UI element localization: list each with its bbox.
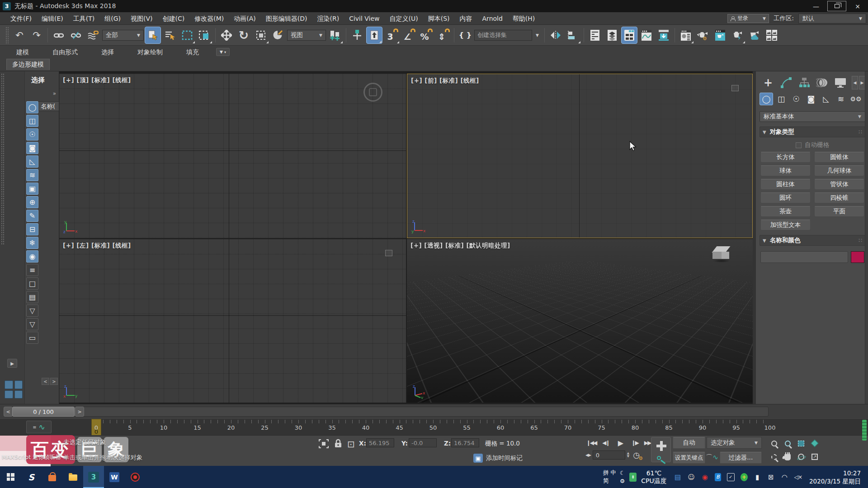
selection-lock-icon[interactable] bbox=[335, 439, 342, 450]
sogou-app-icon[interactable]: S bbox=[21, 466, 42, 488]
render-setup-button[interactable]: ⚙ bbox=[695, 27, 711, 44]
security-shield-icon[interactable]: + bbox=[741, 473, 748, 481]
snap-3d-toggle[interactable] bbox=[366, 27, 382, 44]
curve-editor-button[interactable] bbox=[638, 27, 655, 44]
set-key-button[interactable]: 设置关键点 bbox=[673, 452, 705, 464]
menu-item[interactable]: 自定义(U) bbox=[385, 12, 423, 25]
shapes-category-icon[interactable]: ◫ bbox=[774, 93, 788, 105]
hierarchy-tab[interactable] bbox=[796, 75, 813, 90]
current-frame-field[interactable]: 0 bbox=[593, 450, 625, 460]
motion-tab[interactable] bbox=[814, 75, 831, 90]
y-coordinate-field[interactable]: -0.0 bbox=[409, 438, 437, 447]
cpu-temperature-widget[interactable]: 61℃ CPU温度 bbox=[641, 469, 666, 485]
helpers-category-icon[interactable]: ◺ bbox=[819, 93, 833, 105]
dock-grip[interactable] bbox=[1, 73, 4, 245]
selection-filter-dropdown[interactable]: 全部 ▼ bbox=[102, 30, 144, 41]
z-coordinate-field[interactable]: 16.754 bbox=[451, 438, 479, 447]
ribbon-minimize-button[interactable]: ▼▾ bbox=[216, 48, 230, 56]
close-button[interactable]: × bbox=[847, 0, 868, 12]
ime-indicator[interactable]: 拼 中 ☾ 简 ⚙ bbox=[603, 469, 625, 485]
edit-named-selection-sets-button[interactable]: { } bbox=[457, 27, 473, 44]
explorer-expand-button[interactable]: ▶ bbox=[7, 359, 17, 368]
menu-item[interactable]: 文件(F) bbox=[5, 12, 37, 25]
shapes-filter-icon[interactable]: ◫ bbox=[26, 115, 38, 127]
primitive-button[interactable]: 圆柱体 bbox=[760, 179, 811, 190]
undo-button[interactable]: ↶ bbox=[11, 27, 28, 44]
bones-filter-icon[interactable]: ✎ bbox=[26, 210, 38, 222]
menu-item[interactable]: 创建(C) bbox=[158, 12, 190, 25]
ribbon-tab[interactable]: 自由形式 bbox=[41, 47, 90, 58]
login-dropdown[interactable]: 登录 ▼ bbox=[727, 14, 769, 23]
render-production-button[interactable] bbox=[729, 27, 745, 44]
align-button[interactable] bbox=[565, 27, 581, 44]
reference-coordinate-dropdown[interactable]: 视图 ▼ bbox=[287, 30, 326, 41]
bluetooth-icon[interactable]: B bbox=[715, 473, 721, 481]
ribbon-tab[interactable]: 填充 bbox=[175, 47, 211, 58]
material-editor-button[interactable] bbox=[678, 27, 694, 44]
key-filters-button[interactable]: 过滤器... bbox=[720, 452, 762, 464]
x-coordinate-field[interactable]: 56.195 bbox=[366, 438, 394, 447]
angle-snap-toggle[interactable]: ∠ bbox=[401, 27, 417, 44]
track-bar-ruler[interactable]: 0 05101520253035404550556065707580859095… bbox=[96, 419, 770, 436]
minimize-button[interactable]: — bbox=[806, 0, 826, 12]
battery-icon[interactable]: ⊠ bbox=[767, 473, 775, 481]
panel-scroll-left-icon[interactable]: ◀ bbox=[852, 76, 858, 89]
render-in-cloud-button[interactable] bbox=[746, 27, 763, 44]
maximize-viewport-toggle[interactable] bbox=[808, 450, 821, 463]
maxscript-listener-label[interactable]: MAXScript 迷你侦听器 bbox=[2, 454, 61, 461]
viewport-label[interactable]: [+] [顶] [标准] [线框] bbox=[63, 76, 131, 84]
spinner-snap-toggle[interactable]: ⇕ bbox=[435, 27, 451, 44]
menu-item[interactable]: 工具(T) bbox=[68, 12, 99, 25]
primitive-button[interactable]: 加强型文本 bbox=[760, 220, 811, 230]
add-time-tag[interactable]: ▣ 添加时间标记 bbox=[473, 454, 523, 463]
stack-tray-icon[interactable]: ▤ bbox=[674, 473, 682, 481]
containers-filter-icon[interactable]: ⊟ bbox=[26, 223, 38, 235]
viewcube-icon[interactable] bbox=[363, 83, 382, 102]
systems-category-icon[interactable]: ⚙⚙ bbox=[849, 93, 863, 105]
unlink-selection-button[interactable] bbox=[68, 27, 84, 44]
zoom-extents-button[interactable] bbox=[795, 437, 807, 450]
create-tab[interactable]: + bbox=[760, 75, 777, 90]
primitive-button[interactable]: 管状体 bbox=[814, 179, 864, 190]
menu-item[interactable]: Arnold bbox=[477, 12, 508, 25]
volume-muted-icon[interactable]: ◁× bbox=[794, 473, 802, 481]
filter-settings-icon[interactable]: ▽ bbox=[26, 305, 38, 317]
list-view-icon[interactable]: ≡ bbox=[26, 264, 38, 276]
key-filters-icon[interactable]: ⌒∿ bbox=[707, 452, 717, 463]
xrefs-filter-icon[interactable]: ⊕ bbox=[26, 196, 38, 208]
lights-category-icon[interactable]: ☉ bbox=[789, 93, 803, 105]
cameras-filter-icon[interactable]: ◙ bbox=[26, 142, 38, 154]
start-button[interactable] bbox=[0, 466, 21, 488]
workspace-dropdown[interactable]: 默认 ▼ bbox=[798, 14, 866, 23]
percent-snap-toggle[interactable]: % bbox=[418, 27, 434, 44]
set-keys-button[interactable] bbox=[651, 437, 671, 462]
primitive-button[interactable]: 圆环 bbox=[760, 192, 811, 203]
viewport-layout-tabs-button[interactable] bbox=[5, 380, 23, 399]
box-display-icon[interactable]: ▭ bbox=[26, 332, 38, 344]
wifi-icon[interactable]: ◠ bbox=[781, 473, 788, 481]
detail-view-icon[interactable]: ▤ bbox=[26, 291, 38, 303]
pan-button[interactable] bbox=[781, 450, 794, 463]
primitive-category-dropdown[interactable]: 标准基本体 ▼ bbox=[760, 111, 865, 122]
menu-item[interactable]: 动画(A) bbox=[229, 12, 261, 25]
scene-explorer-button[interactable] bbox=[587, 27, 603, 44]
helpers-filter-icon[interactable]: ◺ bbox=[26, 155, 38, 168]
play-button[interactable]: ▶ bbox=[614, 437, 626, 449]
recorder-tray-icon[interactable]: ◉ bbox=[701, 473, 709, 481]
select-and-link-button[interactable] bbox=[51, 27, 67, 44]
previous-key-button[interactable]: ◀❙ bbox=[600, 437, 612, 449]
word-app-icon[interactable]: W bbox=[104, 466, 125, 488]
menu-item[interactable]: 内容 bbox=[455, 12, 477, 25]
primitive-button[interactable]: 圆锥体 bbox=[814, 152, 864, 163]
use-pivot-center-button[interactable] bbox=[327, 27, 343, 44]
geometry-category-icon[interactable]: ◯ bbox=[760, 93, 773, 105]
dope-sheet-button[interactable] bbox=[656, 27, 672, 44]
mini-curve-editor-button[interactable]: ≡∿ bbox=[26, 421, 52, 433]
redo-button[interactable]: ↷ bbox=[28, 27, 45, 44]
zoom-region-button[interactable] bbox=[768, 450, 780, 463]
next-frame-button[interactable]: > bbox=[75, 407, 84, 417]
go-to-start-button[interactable]: ❙◀◀ bbox=[585, 437, 597, 449]
zoom-button[interactable] bbox=[768, 437, 780, 450]
blank-view-icon[interactable]: □ bbox=[26, 277, 38, 290]
primitive-button[interactable]: 四棱锥 bbox=[814, 192, 864, 203]
